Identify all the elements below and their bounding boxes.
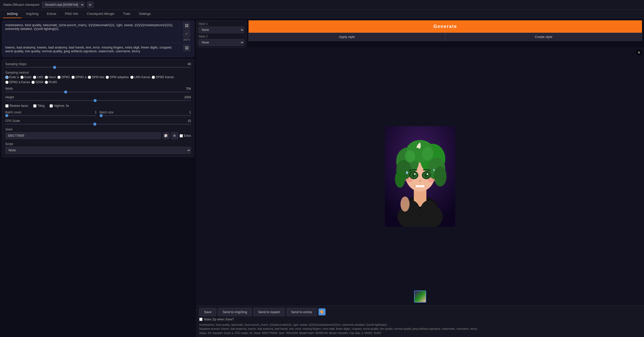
radio-dpm2[interactable]: DPM2	[57, 75, 70, 79]
generate-area: Style 1 None Style 2 None Generate	[196, 18, 644, 47]
sampling-method-row: Sampling method Euler a Euler LMS	[5, 71, 191, 84]
height-value: 1024	[184, 95, 191, 99]
style1-select[interactable]: None	[198, 27, 244, 33]
cfg-row: CFG Scale 15	[5, 119, 191, 125]
zip-checkbox[interactable]	[199, 318, 203, 321]
tab-img2img[interactable]: img2img	[22, 10, 43, 18]
positive-prompt[interactable]: masterpiece, best quality, tatsumaki_\(o…	[2, 21, 179, 43]
tab-train[interactable]: Train	[119, 10, 134, 18]
sampling-method-label: Sampling method	[5, 71, 191, 74]
prompt-section: masterpiece, best quality, tatsumaki_\(o…	[2, 20, 194, 57]
seed-recycle-button[interactable]: ♻	[171, 132, 178, 139]
batch-count-label: Batch count	[5, 111, 21, 114]
seed-input[interactable]: 3091775605	[5, 132, 161, 139]
svg-point-13	[422, 147, 433, 161]
svg-point-22	[405, 178, 413, 182]
svg-point-10	[395, 170, 405, 188]
thumbnail-strip	[414, 291, 426, 303]
close-image-button[interactable]: ✕	[636, 50, 642, 56]
token-count: 39/75	[183, 38, 190, 41]
generate-button[interactable]: Generate	[249, 20, 642, 33]
app-title: Stable Diffusion checkpoint	[3, 3, 39, 7]
negative-prompt-sidebar: 🖼	[179, 43, 194, 57]
prompt-icon-btn-2[interactable]: ✓	[183, 30, 190, 37]
width-label: Width	[5, 87, 13, 90]
send-to-img2img-button[interactable]: Send to img2img	[218, 308, 252, 316]
highres-fix-checkbox[interactable]: Highres. fix	[50, 104, 69, 108]
style2-label: Style 2	[198, 35, 244, 38]
svg-point-20	[414, 173, 416, 175]
svg-point-12	[405, 150, 415, 163]
seed-extra-checkbox[interactable]: Extra	[180, 134, 191, 137]
radio-ddim[interactable]: DDIM	[31, 80, 43, 84]
tab-checkpoint-merger[interactable]: Checkpoint Merger	[83, 10, 118, 18]
svg-point-11	[434, 166, 447, 186]
sampling-steps-slider[interactable]	[5, 67, 191, 68]
width-slider[interactable]	[5, 91, 191, 92]
radio-euler-a[interactable]: Euler a	[5, 75, 19, 79]
seed-dice-button[interactable]: 🎲	[163, 132, 170, 139]
batch-size-slider[interactable]	[100, 115, 191, 116]
script-select[interactable]: None	[5, 147, 191, 154]
radio-lms-karras[interactable]: LMS Karras	[130, 75, 150, 79]
create-style-button[interactable]: Create style	[445, 33, 642, 41]
radio-dpm2-a-karras[interactable]: DPM2 a Karras	[5, 80, 30, 84]
cfg-slider[interactable]	[5, 124, 191, 125]
negative-prompt[interactable]: lowres, bad anatomy, lowres, bad anatomy…	[2, 43, 179, 57]
radio-dpm-adaptive[interactable]: DPM adaptive	[106, 75, 129, 79]
radio-dpm-fast[interactable]: DPM fast	[88, 75, 104, 79]
apply-style-button[interactable]: Apply style	[249, 33, 445, 41]
batch-count-slider[interactable]	[5, 115, 97, 116]
save-button[interactable]: Save	[199, 308, 216, 316]
batch-count-value: 1	[95, 111, 97, 114]
neg-prompt-icon-btn[interactable]: 🖼	[183, 44, 190, 52]
action-buttons-row: Save Send to img2img Send to inpaint Sen…	[199, 308, 641, 316]
svg-point-23	[428, 178, 435, 182]
svg-rect-25	[416, 185, 425, 187]
radio-dpm2-a[interactable]: DPM2 a	[71, 75, 86, 79]
style2-select[interactable]: None	[198, 39, 244, 46]
sampling-method-group: Euler a Euler LMS Heun	[5, 75, 191, 84]
topbar: Stable Diffusion checkpoint NovelAI.ckpt…	[0, 0, 644, 10]
style1-row: Style 1 None	[198, 22, 244, 33]
radio-plms[interactable]: PLMS	[45, 80, 57, 84]
height-slider[interactable]	[5, 100, 191, 101]
cfg-value: 15	[188, 119, 191, 123]
palette-button[interactable]: 🎨	[318, 308, 326, 315]
radio-dpm2-karras[interactable]: DPM2 Karras	[152, 75, 174, 79]
options-row: Restore faces Tiling Highres. fix	[5, 104, 191, 108]
generate-column: Generate Apply style Create style	[249, 20, 642, 47]
thumbnail-item[interactable]	[414, 291, 426, 303]
height-row: Height 1024	[5, 95, 191, 101]
radio-euler[interactable]: Euler	[20, 75, 31, 79]
svg-point-30	[400, 197, 410, 212]
tab-txt2img[interactable]: txt2img	[3, 10, 22, 18]
batch-size-value: 1	[189, 111, 191, 114]
script-row: Script None	[5, 142, 191, 154]
prompt-sidebar: 🖼 ✓ 39/75	[179, 21, 194, 43]
width-value: 704	[186, 87, 191, 90]
tab-settings[interactable]: Settings	[135, 10, 155, 18]
batch-row: Batch count 1 Batch size 1	[5, 111, 191, 116]
seed-label: Seed	[5, 128, 191, 131]
radio-heun[interactable]: Heun	[45, 75, 56, 79]
tab-png-info[interactable]: PNG Info	[61, 10, 82, 18]
svg-point-26	[406, 171, 408, 174]
radio-lms[interactable]: LMS	[33, 75, 43, 79]
prompt-icon-btn-1[interactable]: 🖼	[183, 22, 190, 29]
height-label: Height	[5, 95, 14, 99]
cfg-label: CFG Scale	[5, 119, 20, 123]
send-to-extras-button[interactable]: Send to extras	[286, 308, 317, 316]
tab-extras[interactable]: Extras	[43, 10, 60, 18]
nav-tabs: txt2img img2img Extras PNG Info Checkpoi…	[0, 10, 644, 18]
image-info-text: masterpiece, best quality, tatsumaki_\(o…	[199, 323, 641, 335]
refresh-button[interactable]: ⟳	[87, 2, 94, 8]
batch-count-row: Batch count 1	[5, 111, 97, 116]
bottom-bar: Save Send to img2img Send to inpaint Sen…	[196, 306, 644, 337]
send-to-inpaint-button[interactable]: Send to inpaint	[253, 308, 285, 316]
style1-label: Style 1	[198, 22, 244, 26]
checkpoint-select[interactable]: NovelAI.ckpt [925997e9]	[42, 2, 85, 8]
restore-faces-checkbox[interactable]: Restore faces	[5, 104, 28, 108]
tiling-checkbox[interactable]: Tiling	[33, 104, 45, 108]
batch-size-row: Batch size 1	[100, 111, 191, 116]
